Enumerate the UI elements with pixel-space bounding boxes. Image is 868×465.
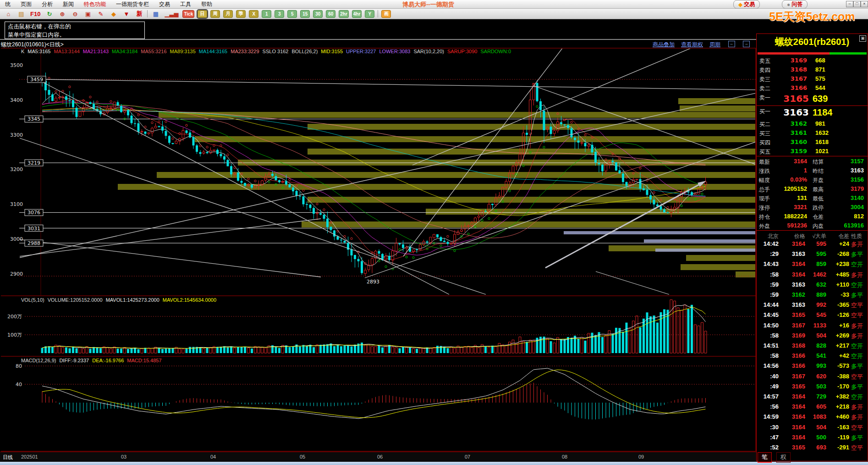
svg-text:3500: 3500 bbox=[10, 62, 23, 68]
period-button-Y[interactable]: Y bbox=[365, 10, 374, 18]
ladder-row-sell: 卖一3165639 bbox=[757, 93, 868, 105]
indicator-value: MAVOL2:1545634.0000 bbox=[163, 297, 216, 303]
panel-tab-权[interactable]: 权 bbox=[776, 452, 791, 463]
trade-button[interactable]: ◆ 交易 bbox=[733, 0, 760, 9]
sell-ratio bbox=[758, 52, 830, 55]
f10-icon[interactable]: F10 bbox=[29, 10, 41, 18]
toolbar: ⌂▤F10↻⊕⊖▣✎◆▼新▦▁▃▅Tick日周月季X1351530602hr4h… bbox=[0, 9, 868, 19]
period-button-月[interactable]: 月 bbox=[223, 10, 233, 18]
tick-row: :5831641462+485多开 bbox=[757, 270, 868, 280]
kline-indicator-row: KMA5:3165MA13:3144MA21:3143MA34:3184MA55… bbox=[21, 49, 514, 54]
period-button-2hr[interactable]: 2hr bbox=[339, 10, 349, 18]
indicator-value: MACD:15.4857 bbox=[127, 358, 161, 363]
indicator-value: MID:3155 bbox=[321, 49, 343, 54]
home-icon[interactable]: ⌂ bbox=[4, 10, 13, 18]
brush-icon[interactable]: ◆ bbox=[109, 10, 118, 18]
period-button-周[interactable]: 周 bbox=[210, 10, 220, 18]
period-button-15[interactable]: 15 bbox=[300, 10, 310, 18]
window-title: 博易大师--一德期货 bbox=[402, 0, 454, 9]
new-icon[interactable]: 新 bbox=[134, 10, 144, 18]
chart-link-0[interactable]: 商品叠加 bbox=[653, 41, 675, 49]
stat-row: 总手1205152最高3179 bbox=[757, 184, 868, 194]
overlay-icon[interactable]: ▣ bbox=[83, 10, 93, 18]
close-button[interactable]: × bbox=[861, 1, 868, 7]
zoom-in-icon[interactable]: ⊕ bbox=[57, 10, 67, 18]
divider bbox=[0, 39, 868, 40]
refresh-icon[interactable]: ↻ bbox=[44, 10, 54, 18]
indicator-value: UPPER:3227 bbox=[346, 49, 376, 54]
menu-item-7[interactable]: 工具 bbox=[175, 0, 196, 8]
buy-ratio bbox=[830, 52, 867, 55]
period-button-60[interactable]: 60 bbox=[326, 10, 335, 18]
period-button-X[interactable]: X bbox=[249, 10, 258, 18]
chart-window-icon-0[interactable]: ← bbox=[728, 41, 735, 47]
zoom-out-icon[interactable]: ⊖ bbox=[70, 10, 80, 18]
kline-chart-canvas[interactable]: 3500340033003200310030002900345933453219… bbox=[0, 48, 756, 452]
pencil-icon[interactable]: ✎ bbox=[96, 10, 105, 18]
menu-item-8[interactable]: 帮助 bbox=[196, 0, 217, 8]
chart-link-2[interactable]: 周期 bbox=[709, 41, 720, 49]
indicator-value: K bbox=[21, 49, 24, 54]
indicator-value: MA13:3144 bbox=[54, 49, 80, 54]
indicator-value: MA21:3143 bbox=[83, 49, 109, 54]
period-button-Tick[interactable]: Tick bbox=[182, 10, 194, 18]
period-button-30[interactable]: 30 bbox=[313, 10, 323, 18]
menu-item-4[interactable]: 特色功能 bbox=[79, 0, 111, 8]
menu-item-5[interactable]: 一德期货专栏 bbox=[111, 0, 154, 8]
chart-title: 螺纹2601(010601)<日线> bbox=[1, 41, 64, 49]
svg-text:3031: 3031 bbox=[27, 226, 40, 232]
month-label-07: 07 bbox=[465, 454, 470, 459]
tick-row: 14:443163992-365空平 bbox=[757, 300, 868, 310]
draw-tool-button[interactable]: 画 bbox=[381, 10, 391, 18]
indicator-value: MACD(12,26,9) bbox=[21, 358, 56, 363]
month-label-04: 04 bbox=[210, 454, 216, 459]
symbol-name: 螺纹2601(rb2601) bbox=[757, 36, 868, 48]
filter-icon[interactable]: ▼ bbox=[121, 10, 131, 18]
stat-row: 持仓1882224仓差812 bbox=[757, 212, 868, 221]
menu-item-0[interactable]: 统 bbox=[0, 0, 16, 8]
period-button-日[interactable]: 日 bbox=[198, 10, 207, 18]
svg-text:3100: 3100 bbox=[10, 201, 23, 207]
period-button-4hr[interactable]: 4hr bbox=[352, 10, 362, 18]
menu-item-1[interactable]: 页面 bbox=[16, 0, 37, 8]
chart-link-1[interactable]: 查看期权 bbox=[681, 41, 703, 49]
tick-row: :473164500-119多平 bbox=[757, 433, 868, 443]
indicator-value: LOWER:3083 bbox=[379, 49, 411, 54]
month-label-06: 06 bbox=[377, 454, 383, 459]
indicator-value: SAR(10,2,20) bbox=[413, 49, 444, 54]
maximize-button[interactable]: □ bbox=[853, 1, 861, 7]
tick-row: :403167620-388空平 bbox=[757, 372, 868, 382]
tick-row: 14:433164859+238空开 bbox=[757, 260, 868, 270]
report-view-icon[interactable]: ▦ bbox=[151, 10, 160, 18]
period-button-3[interactable]: 3 bbox=[275, 10, 284, 18]
svg-text:40: 40 bbox=[16, 382, 22, 388]
chart-view-icon[interactable]: ▁▃▅ bbox=[164, 10, 179, 18]
minimize-button[interactable]: – bbox=[846, 1, 853, 7]
menu-item-6[interactable]: 交易 bbox=[154, 0, 175, 8]
tick-row: :593163632+110空开 bbox=[757, 280, 868, 290]
chart-window-icon-1[interactable]: → bbox=[743, 41, 750, 47]
period-button-1[interactable]: 1 bbox=[262, 10, 271, 18]
svg-text:100万: 100万 bbox=[7, 332, 22, 338]
period-button-5[interactable]: 5 bbox=[287, 10, 297, 18]
indicator-value: SSLO 3162 bbox=[263, 49, 289, 54]
panel-maximize-icon[interactable]: ▣ bbox=[859, 35, 866, 42]
month-label-03: 03 bbox=[121, 454, 126, 459]
ladder-row-sell: 卖五3169668 bbox=[757, 56, 868, 65]
panel-tab-笔[interactable]: 笔 bbox=[758, 452, 772, 463]
indicator-value: DIFF:-9.2337 bbox=[59, 358, 89, 363]
stat-row: 涨跌1昨结3163 bbox=[757, 166, 868, 175]
qa-button[interactable]: ● 问答 bbox=[782, 0, 808, 9]
right-click-hint: 点击鼠标右键，在弹出的 菜单中指定窗口内容。 bbox=[5, 22, 145, 39]
memo-icon[interactable]: ▤ bbox=[16, 10, 26, 18]
tick-row: 14:5931641083+460多开 bbox=[757, 412, 868, 422]
ladder-row-buy: 买二3162981 bbox=[757, 119, 868, 128]
buy-sell-ratio-bar bbox=[758, 52, 867, 55]
period-button-季[interactable]: 季 bbox=[236, 10, 246, 18]
tick-row: 14:563166993-573多平 bbox=[757, 361, 868, 371]
month-label-09: 09 bbox=[638, 454, 644, 459]
panel-tabs: 笔权 bbox=[758, 452, 791, 463]
tick-row: :293163595-268多平 bbox=[757, 249, 868, 260]
menu-item-3[interactable]: 新闻 bbox=[58, 0, 79, 8]
menu-item-2[interactable]: 分析 bbox=[37, 0, 58, 8]
